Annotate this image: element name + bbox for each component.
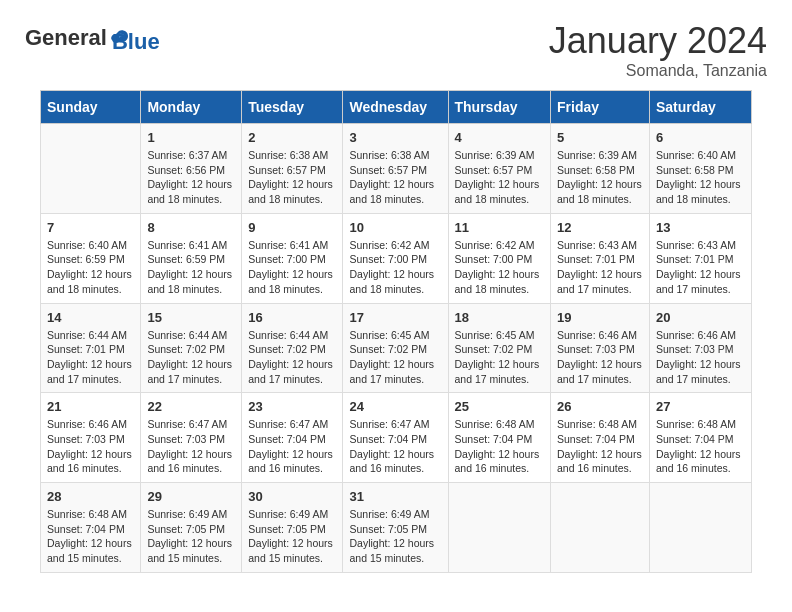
day-number: 4 <box>455 130 545 145</box>
day-number: 28 <box>47 489 134 504</box>
calendar-table: Sunday Monday Tuesday Wednesday Thursday… <box>40 90 752 573</box>
calendar-cell: 17 Sunrise: 6:45 AM Sunset: 7:02 PM Dayl… <box>343 303 448 393</box>
logo-blue: Blue <box>112 15 160 55</box>
day-info: Sunrise: 6:37 AM Sunset: 6:56 PM Dayligh… <box>147 148 235 207</box>
day-info: Sunrise: 6:43 AM Sunset: 7:01 PM Dayligh… <box>557 238 643 297</box>
day-number: 7 <box>47 220 134 235</box>
calendar-cell: 15 Sunrise: 6:44 AM Sunset: 7:02 PM Dayl… <box>141 303 242 393</box>
calendar-cell: 22 Sunrise: 6:47 AM Sunset: 7:03 PM Dayl… <box>141 393 242 483</box>
day-number: 30 <box>248 489 336 504</box>
day-info: Sunrise: 6:39 AM Sunset: 6:57 PM Dayligh… <box>455 148 545 207</box>
day-number: 31 <box>349 489 441 504</box>
calendar-header-row: Sunday Monday Tuesday Wednesday Thursday… <box>41 91 752 124</box>
header-tuesday: Tuesday <box>242 91 343 124</box>
day-number: 16 <box>248 310 336 325</box>
page-header: General Blue January 2024 Somanda, Tanza… <box>10 10 782 85</box>
day-info: Sunrise: 6:48 AM Sunset: 7:04 PM Dayligh… <box>656 417 745 476</box>
calendar-cell: 29 Sunrise: 6:49 AM Sunset: 7:05 PM Dayl… <box>141 483 242 573</box>
calendar-cell: 12 Sunrise: 6:43 AM Sunset: 7:01 PM Dayl… <box>551 213 650 303</box>
day-number: 9 <box>248 220 336 235</box>
day-info: Sunrise: 6:45 AM Sunset: 7:02 PM Dayligh… <box>349 328 441 387</box>
header-sunday: Sunday <box>41 91 141 124</box>
calendar-week-row: 28 Sunrise: 6:48 AM Sunset: 7:04 PM Dayl… <box>41 483 752 573</box>
day-number: 12 <box>557 220 643 235</box>
calendar-cell: 30 Sunrise: 6:49 AM Sunset: 7:05 PM Dayl… <box>242 483 343 573</box>
day-number: 3 <box>349 130 441 145</box>
day-number: 15 <box>147 310 235 325</box>
day-info: Sunrise: 6:40 AM Sunset: 6:58 PM Dayligh… <box>656 148 745 207</box>
calendar-cell: 3 Sunrise: 6:38 AM Sunset: 6:57 PM Dayli… <box>343 124 448 214</box>
header-saturday: Saturday <box>649 91 751 124</box>
location: Somanda, Tanzania <box>549 62 767 80</box>
day-number: 26 <box>557 399 643 414</box>
calendar-cell: 21 Sunrise: 6:46 AM Sunset: 7:03 PM Dayl… <box>41 393 141 483</box>
calendar-cell <box>448 483 551 573</box>
calendar-week-row: 7 Sunrise: 6:40 AM Sunset: 6:59 PM Dayli… <box>41 213 752 303</box>
day-info: Sunrise: 6:41 AM Sunset: 6:59 PM Dayligh… <box>147 238 235 297</box>
calendar-cell: 27 Sunrise: 6:48 AM Sunset: 7:04 PM Dayl… <box>649 393 751 483</box>
month-title: January 2024 <box>549 20 767 62</box>
calendar-cell: 19 Sunrise: 6:46 AM Sunset: 7:03 PM Dayl… <box>551 303 650 393</box>
calendar-cell: 11 Sunrise: 6:42 AM Sunset: 7:00 PM Dayl… <box>448 213 551 303</box>
day-number: 6 <box>656 130 745 145</box>
day-info: Sunrise: 6:48 AM Sunset: 7:04 PM Dayligh… <box>557 417 643 476</box>
calendar-cell: 6 Sunrise: 6:40 AM Sunset: 6:58 PM Dayli… <box>649 124 751 214</box>
day-info: Sunrise: 6:47 AM Sunset: 7:04 PM Dayligh… <box>349 417 441 476</box>
calendar-cell: 14 Sunrise: 6:44 AM Sunset: 7:01 PM Dayl… <box>41 303 141 393</box>
day-info: Sunrise: 6:47 AM Sunset: 7:04 PM Dayligh… <box>248 417 336 476</box>
day-info: Sunrise: 6:38 AM Sunset: 6:57 PM Dayligh… <box>248 148 336 207</box>
day-number: 23 <box>248 399 336 414</box>
day-info: Sunrise: 6:38 AM Sunset: 6:57 PM Dayligh… <box>349 148 441 207</box>
calendar-cell: 4 Sunrise: 6:39 AM Sunset: 6:57 PM Dayli… <box>448 124 551 214</box>
day-number: 14 <box>47 310 134 325</box>
day-number: 1 <box>147 130 235 145</box>
logo: General Blue <box>25 20 160 55</box>
calendar-cell: 2 Sunrise: 6:38 AM Sunset: 6:57 PM Dayli… <box>242 124 343 214</box>
day-number: 24 <box>349 399 441 414</box>
day-info: Sunrise: 6:44 AM Sunset: 7:01 PM Dayligh… <box>47 328 134 387</box>
day-number: 29 <box>147 489 235 504</box>
day-number: 20 <box>656 310 745 325</box>
day-number: 19 <box>557 310 643 325</box>
calendar-cell: 8 Sunrise: 6:41 AM Sunset: 6:59 PM Dayli… <box>141 213 242 303</box>
calendar-cell: 9 Sunrise: 6:41 AM Sunset: 7:00 PM Dayli… <box>242 213 343 303</box>
calendar-cell: 24 Sunrise: 6:47 AM Sunset: 7:04 PM Dayl… <box>343 393 448 483</box>
day-info: Sunrise: 6:46 AM Sunset: 7:03 PM Dayligh… <box>656 328 745 387</box>
day-number: 18 <box>455 310 545 325</box>
day-info: Sunrise: 6:40 AM Sunset: 6:59 PM Dayligh… <box>47 238 134 297</box>
calendar-cell: 5 Sunrise: 6:39 AM Sunset: 6:58 PM Dayli… <box>551 124 650 214</box>
day-number: 22 <box>147 399 235 414</box>
day-number: 13 <box>656 220 745 235</box>
day-number: 21 <box>47 399 134 414</box>
day-info: Sunrise: 6:39 AM Sunset: 6:58 PM Dayligh… <box>557 148 643 207</box>
calendar-week-row: 1 Sunrise: 6:37 AM Sunset: 6:56 PM Dayli… <box>41 124 752 214</box>
calendar-cell: 7 Sunrise: 6:40 AM Sunset: 6:59 PM Dayli… <box>41 213 141 303</box>
calendar-cell: 13 Sunrise: 6:43 AM Sunset: 7:01 PM Dayl… <box>649 213 751 303</box>
day-info: Sunrise: 6:47 AM Sunset: 7:03 PM Dayligh… <box>147 417 235 476</box>
day-info: Sunrise: 6:43 AM Sunset: 7:01 PM Dayligh… <box>656 238 745 297</box>
day-number: 10 <box>349 220 441 235</box>
day-info: Sunrise: 6:46 AM Sunset: 7:03 PM Dayligh… <box>47 417 134 476</box>
calendar-cell <box>649 483 751 573</box>
calendar-cell: 31 Sunrise: 6:49 AM Sunset: 7:05 PM Dayl… <box>343 483 448 573</box>
day-info: Sunrise: 6:44 AM Sunset: 7:02 PM Dayligh… <box>147 328 235 387</box>
day-number: 5 <box>557 130 643 145</box>
day-number: 11 <box>455 220 545 235</box>
day-info: Sunrise: 6:41 AM Sunset: 7:00 PM Dayligh… <box>248 238 336 297</box>
calendar-cell: 28 Sunrise: 6:48 AM Sunset: 7:04 PM Dayl… <box>41 483 141 573</box>
day-info: Sunrise: 6:46 AM Sunset: 7:03 PM Dayligh… <box>557 328 643 387</box>
calendar-week-row: 21 Sunrise: 6:46 AM Sunset: 7:03 PM Dayl… <box>41 393 752 483</box>
calendar-cell: 1 Sunrise: 6:37 AM Sunset: 6:56 PM Dayli… <box>141 124 242 214</box>
calendar-week-row: 14 Sunrise: 6:44 AM Sunset: 7:01 PM Dayl… <box>41 303 752 393</box>
calendar-cell <box>41 124 141 214</box>
calendar-cell: 23 Sunrise: 6:47 AM Sunset: 7:04 PM Dayl… <box>242 393 343 483</box>
day-number: 2 <box>248 130 336 145</box>
day-info: Sunrise: 6:49 AM Sunset: 7:05 PM Dayligh… <box>349 507 441 566</box>
day-info: Sunrise: 6:45 AM Sunset: 7:02 PM Dayligh… <box>455 328 545 387</box>
day-number: 27 <box>656 399 745 414</box>
day-number: 25 <box>455 399 545 414</box>
day-info: Sunrise: 6:49 AM Sunset: 7:05 PM Dayligh… <box>147 507 235 566</box>
header-wednesday: Wednesday <box>343 91 448 124</box>
day-info: Sunrise: 6:49 AM Sunset: 7:05 PM Dayligh… <box>248 507 336 566</box>
day-number: 8 <box>147 220 235 235</box>
